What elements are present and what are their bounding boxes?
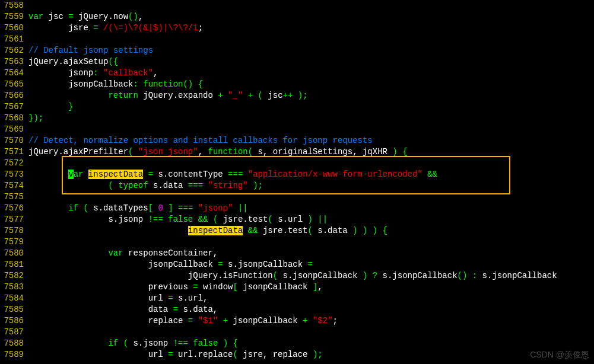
code-line[interactable]: 7567 } xyxy=(0,101,594,113)
line-number: 7573 xyxy=(0,169,26,180)
code-line[interactable]: 7569 xyxy=(0,124,594,135)
code-line[interactable]: 7573 var inspectData = s.contentType ===… xyxy=(0,169,594,180)
line-content[interactable] xyxy=(26,124,594,135)
line-number: 7580 xyxy=(0,248,26,259)
line-content[interactable] xyxy=(26,237,594,248)
code-line[interactable]: 7583 previous = window[ jsonpCallback ], xyxy=(0,282,594,293)
line-number: 7563 xyxy=(0,56,26,68)
line-content[interactable]: // Default jsonp settings xyxy=(26,45,594,56)
code-line[interactable]: 7580 var responseContainer, xyxy=(0,248,594,259)
line-number: 7574 xyxy=(0,180,26,191)
code-line[interactable]: 7558 xyxy=(0,0,594,11)
code-line[interactable]: 7582 jQuery.isFunction( s.jsonpCallback … xyxy=(0,270,594,282)
line-content[interactable]: if ( s.jsonp !== false ) { xyxy=(26,338,594,349)
line-content[interactable]: jsonpCallback: function() { xyxy=(26,79,594,90)
line-number: 7584 xyxy=(0,293,26,304)
line-number: 7572 xyxy=(0,158,26,169)
code-line[interactable]: 7574 ( typeof s.data === "string" ); xyxy=(0,180,594,191)
line-content[interactable]: jQuery.ajaxPrefilter( "json jsonp", func… xyxy=(26,146,594,158)
code-line[interactable]: 7576 if ( s.dataTypes[ 0 ] === "jsonp" |… xyxy=(0,203,594,214)
code-line[interactable]: 7571jQuery.ajaxPrefilter( "json jsonp", … xyxy=(0,146,594,158)
line-content[interactable]: return jQuery.expando + "_" + ( jsc++ ); xyxy=(26,90,594,101)
line-content[interactable]: s.jsonp !== false && ( jsre.test( s.url … xyxy=(26,214,594,225)
code-line[interactable]: 7570// Detect, normalize options and ins… xyxy=(0,135,594,146)
line-content[interactable]: var jsc = jQuery.now(), xyxy=(26,11,594,23)
line-content[interactable]: inspectData && jsre.test( s.data ) ) ) { xyxy=(26,225,594,237)
line-number: 7588 xyxy=(0,338,26,349)
code-line[interactable]: 7575 xyxy=(0,191,594,203)
line-number: 7559 xyxy=(0,11,26,23)
code-line[interactable]: 7568}); xyxy=(0,113,594,124)
line-content[interactable]: jsonp: "callback", xyxy=(26,68,594,79)
code-line[interactable]: 7563jQuery.ajaxSetup({ xyxy=(0,56,594,68)
line-content[interactable]: jQuery.ajaxSetup({ xyxy=(26,56,594,68)
line-content[interactable]: data = s.data, xyxy=(26,304,594,315)
line-content[interactable]: previous = window[ jsonpCallback ], xyxy=(26,282,594,293)
code-line[interactable]: 7586 replace = "$1" + jsonpCallback + "$… xyxy=(0,315,594,327)
line-number: 7558 xyxy=(0,0,26,11)
line-number: 7586 xyxy=(0,315,26,327)
line-content[interactable]: jQuery.isFunction( s.jsonpCallback ) ? s… xyxy=(26,270,594,282)
line-number: 7561 xyxy=(0,34,26,45)
code-line[interactable]: 7562// Default jsonp settings xyxy=(0,45,594,56)
line-content[interactable]: jsonpCallback = s.jsonpCallback = xyxy=(26,259,594,270)
line-number: 7568 xyxy=(0,113,26,124)
code-line[interactable]: 7564 jsonp: "callback", xyxy=(0,68,594,79)
code-line[interactable]: 7588 if ( s.jsonp !== false ) { xyxy=(0,338,594,349)
line-content[interactable]: var inspectData = s.contentType === "app… xyxy=(26,169,594,180)
code-line[interactable]: 7559var jsc = jQuery.now(), xyxy=(0,11,594,23)
line-content[interactable]: // Detect, normalize options and install… xyxy=(26,135,594,146)
line-number: 7583 xyxy=(0,282,26,293)
line-number: 7579 xyxy=(0,237,26,248)
code-line[interactable]: 7560 jsre = /(\=)\?(&|$)|\?\?/i; xyxy=(0,23,594,34)
line-number: 7576 xyxy=(0,203,26,214)
watermark: CSDN @羡俊恩 xyxy=(530,349,589,360)
code-line[interactable]: 7578 inspectData && jsre.test( s.data ) … xyxy=(0,225,594,237)
line-content[interactable]: } xyxy=(26,101,594,113)
line-content[interactable]: var responseContainer, xyxy=(26,248,594,259)
line-number: 7578 xyxy=(0,225,26,237)
line-number: 7569 xyxy=(0,124,26,135)
line-content[interactable] xyxy=(26,158,594,169)
line-content[interactable]: if ( s.dataTypes[ 0 ] === "jsonp" || xyxy=(26,203,594,214)
line-number: 7565 xyxy=(0,79,26,90)
line-content[interactable] xyxy=(26,34,594,45)
line-number: 7585 xyxy=(0,304,26,315)
line-number: 7571 xyxy=(0,146,26,158)
line-number: 7562 xyxy=(0,45,26,56)
line-content[interactable]: ( typeof s.data === "string" ); xyxy=(26,180,594,191)
code-line[interactable]: 7577 s.jsonp !== false && ( jsre.test( s… xyxy=(0,214,594,225)
code-line[interactable]: 7589 url = url.replace( jsre, replace ); xyxy=(0,349,594,360)
line-content[interactable]: }); xyxy=(26,113,594,124)
line-number: 7570 xyxy=(0,135,26,146)
line-number: 7581 xyxy=(0,259,26,270)
line-content[interactable]: url = s.url, xyxy=(26,293,594,304)
line-number: 7582 xyxy=(0,270,26,282)
line-content[interactable]: replace = "$1" + jsonpCallback + "$2"; xyxy=(26,315,594,327)
line-number: 7566 xyxy=(0,90,26,101)
code-line[interactable]: 7572 xyxy=(0,158,594,169)
line-number: 7567 xyxy=(0,101,26,113)
line-number: 7575 xyxy=(0,191,26,203)
code-line[interactable]: 7566 return jQuery.expando + "_" + ( jsc… xyxy=(0,90,594,101)
code-line[interactable]: 7561 xyxy=(0,34,594,45)
line-content[interactable]: jsre = /(\=)\?(&|$)|\?\?/i; xyxy=(26,23,594,34)
line-content[interactable] xyxy=(26,191,594,203)
line-number: 7589 xyxy=(0,349,26,360)
code-line[interactable]: 7584 url = s.url, xyxy=(0,293,594,304)
line-number: 7564 xyxy=(0,68,26,79)
code-editor[interactable]: 75587559var jsc = jQuery.now(),7560 jsre… xyxy=(0,0,594,360)
line-content[interactable] xyxy=(26,0,594,11)
code-line[interactable]: 7585 data = s.data, xyxy=(0,304,594,315)
line-content[interactable] xyxy=(26,327,594,338)
code-line[interactable]: 7565 jsonpCallback: function() { xyxy=(0,79,594,90)
code-line[interactable]: 7579 xyxy=(0,237,594,248)
line-number: 7560 xyxy=(0,23,26,34)
code-line[interactable]: 7587 xyxy=(0,327,594,338)
line-number: 7587 xyxy=(0,327,26,338)
code-line[interactable]: 7581 jsonpCallback = s.jsonpCallback = xyxy=(0,259,594,270)
line-number: 7577 xyxy=(0,214,26,225)
line-content[interactable]: url = url.replace( jsre, replace ); xyxy=(26,349,594,360)
